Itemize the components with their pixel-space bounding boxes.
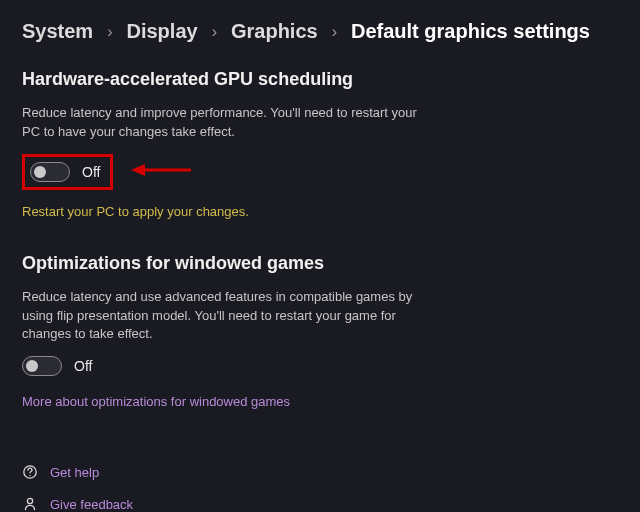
breadcrumb-current: Default graphics settings	[351, 20, 590, 43]
chevron-right-icon: ›	[212, 23, 217, 41]
restart-warning: Restart your PC to apply your changes.	[22, 204, 618, 219]
section-desc-gpu-scheduling: Reduce latency and improve performance. …	[22, 104, 422, 142]
help-icon	[22, 464, 38, 480]
breadcrumb-system[interactable]: System	[22, 20, 93, 43]
breadcrumb: System › Display › Graphics › Default gr…	[22, 20, 618, 43]
annotation-arrow-icon	[131, 161, 191, 183]
svg-point-3	[29, 475, 30, 476]
section-title-windowed-games: Optimizations for windowed games	[22, 253, 618, 274]
breadcrumb-display[interactable]: Display	[126, 20, 197, 43]
annotation-highlight: Off	[22, 154, 113, 190]
chevron-right-icon: ›	[332, 23, 337, 41]
svg-marker-1	[131, 164, 145, 176]
give-feedback-label: Give feedback	[50, 497, 133, 512]
give-feedback-link[interactable]: Give feedback	[22, 496, 618, 512]
section-desc-windowed-games: Reduce latency and use advanced features…	[22, 288, 422, 345]
toggle-gpu-scheduling[interactable]: Off	[30, 162, 100, 182]
toggle-switch[interactable]	[22, 356, 62, 376]
link-more-about-optimizations[interactable]: More about optimizations for windowed ga…	[22, 394, 290, 409]
breadcrumb-graphics[interactable]: Graphics	[231, 20, 318, 43]
get-help-link[interactable]: Get help	[22, 464, 618, 480]
feedback-icon	[22, 496, 38, 512]
chevron-right-icon: ›	[107, 23, 112, 41]
toggle-windowed-games[interactable]: Off	[22, 356, 92, 376]
toggle-switch[interactable]	[30, 162, 70, 182]
svg-point-4	[27, 499, 32, 504]
get-help-label: Get help	[50, 465, 99, 480]
toggle-label: Off	[82, 164, 100, 180]
section-title-gpu-scheduling: Hardware-accelerated GPU scheduling	[22, 69, 618, 90]
toggle-label: Off	[74, 358, 92, 374]
